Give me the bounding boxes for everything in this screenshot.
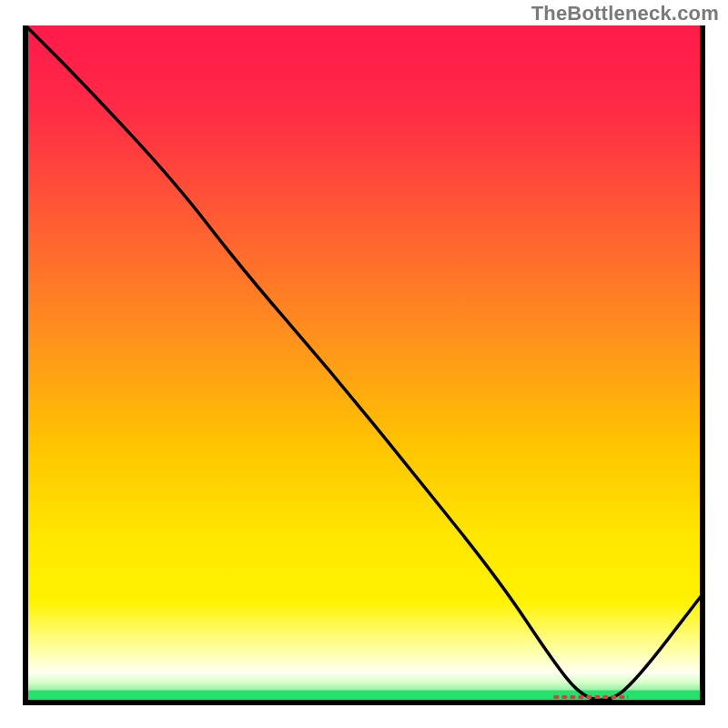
svg-rect-2 — [561, 695, 567, 699]
svg-rect-3 — [570, 695, 575, 699]
svg-rect-10 — [627, 695, 628, 699]
chart-svg — [0, 0, 728, 728]
svg-rect-7 — [602, 695, 608, 699]
chart-container: TheBottleneck.com — [0, 0, 728, 728]
svg-rect-5 — [586, 695, 592, 699]
svg-rect-4 — [578, 695, 583, 699]
plot-background — [25, 25, 703, 703]
svg-rect-1 — [553, 695, 559, 699]
svg-rect-8 — [611, 695, 616, 699]
svg-rect-6 — [594, 695, 600, 699]
svg-rect-9 — [619, 695, 624, 699]
